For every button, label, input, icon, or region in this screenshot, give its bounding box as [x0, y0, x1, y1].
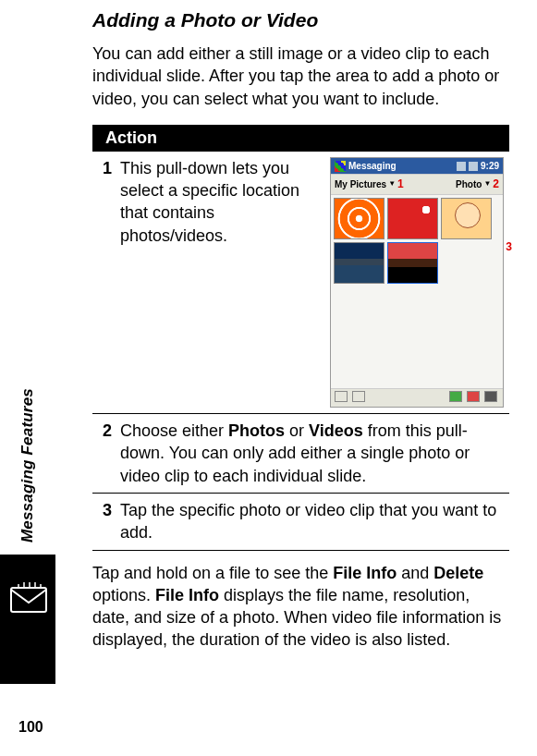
photo-thumbnail[interactable]	[334, 198, 384, 239]
device-mockup: Messaging 9:29 My Pictures ▼	[330, 157, 504, 408]
side-tab: Messaging Features	[18, 388, 70, 543]
mockup-title: Messaging	[348, 160, 397, 173]
step-text: This pull-down lets you select a specifi…	[120, 157, 321, 247]
keyboard-icon[interactable]	[484, 391, 497, 402]
callout-3: 3	[506, 239, 512, 254]
table-header: Action	[92, 125, 509, 152]
location-label: My Pictures	[335, 178, 386, 191]
mockup-clock: 9:29	[481, 160, 499, 173]
para-fragment: options.	[92, 586, 155, 604]
type-label: Photo	[456, 178, 482, 191]
table-row: 1 This pull-down lets you select a speci…	[92, 152, 509, 414]
mockup-bottombar	[331, 388, 503, 408]
status-icon	[457, 162, 466, 171]
ui-term: Photos	[228, 421, 285, 440]
photo-thumbnail[interactable]	[334, 242, 384, 284]
side-tab-label: Messaging Features	[18, 388, 37, 543]
intro-paragraph: You can add either a still image or a vi…	[92, 43, 509, 110]
mockup-body	[331, 287, 503, 388]
type-dropdown[interactable]: Photo ▼ 2	[456, 177, 499, 191]
ui-term: Delete	[433, 564, 483, 582]
closing-paragraph: Tap and hold on a file to see the File I…	[92, 562, 509, 652]
mockup-toolbar: My Pictures ▼ 1 Photo ▼ 2	[331, 174, 503, 194]
ok-icon[interactable]	[449, 391, 462, 402]
toolbar-icon[interactable]	[335, 391, 348, 402]
table-row: 3 Tap the specific photo or video clip t…	[92, 493, 509, 550]
mockup-titlebar: Messaging 9:29	[331, 158, 503, 175]
side-tab-block	[0, 555, 55, 684]
chevron-down-icon: ▼	[388, 179, 396, 189]
photo-thumbnail[interactable]	[387, 198, 438, 239]
step-text-fragment: or	[285, 421, 309, 440]
step-body: Tap the specific photo or video clip tha…	[120, 493, 509, 550]
step-text-fragment: Choose either	[120, 421, 228, 440]
step-number: 2	[92, 414, 120, 494]
start-icon	[335, 161, 346, 172]
photo-thumbnail[interactable]	[441, 198, 492, 239]
toolbar-icon[interactable]	[352, 391, 365, 402]
para-fragment: Tap and hold on a file to see the	[92, 564, 333, 582]
thumbnail-grid: 3	[331, 195, 503, 287]
cancel-icon[interactable]	[467, 391, 480, 402]
step-body: Choose either Photos or Videos from this…	[120, 414, 509, 494]
page-number: 100	[18, 719, 43, 736]
chevron-down-icon: ▼	[483, 179, 491, 189]
photo-thumbnail[interactable]	[387, 242, 438, 284]
messaging-icon	[9, 582, 48, 617]
step-body: This pull-down lets you select a specifi…	[120, 152, 509, 414]
svg-rect-0	[11, 588, 46, 612]
table-row: 2 Choose either Photos or Videos from th…	[92, 414, 509, 494]
location-dropdown[interactable]: My Pictures ▼ 1	[335, 177, 404, 191]
table-header-row: Action	[92, 125, 509, 152]
ui-term: File Info	[155, 586, 219, 604]
ui-term: File Info	[333, 564, 397, 582]
step-number: 3	[92, 493, 120, 550]
step-number: 1	[92, 152, 120, 414]
step-text: Tap the specific photo or video clip tha…	[120, 501, 496, 542]
callout-1: 1	[397, 177, 404, 191]
ui-term: Videos	[309, 421, 363, 440]
page: Adding a Photo or Video You can add eith…	[0, 0, 537, 756]
section-heading: Adding a Photo or Video	[92, 9, 509, 31]
para-fragment: and	[397, 564, 433, 582]
signal-icon	[469, 162, 478, 171]
action-table: Action 1 This pull-down lets you select …	[92, 125, 509, 551]
callout-2: 2	[493, 177, 499, 191]
